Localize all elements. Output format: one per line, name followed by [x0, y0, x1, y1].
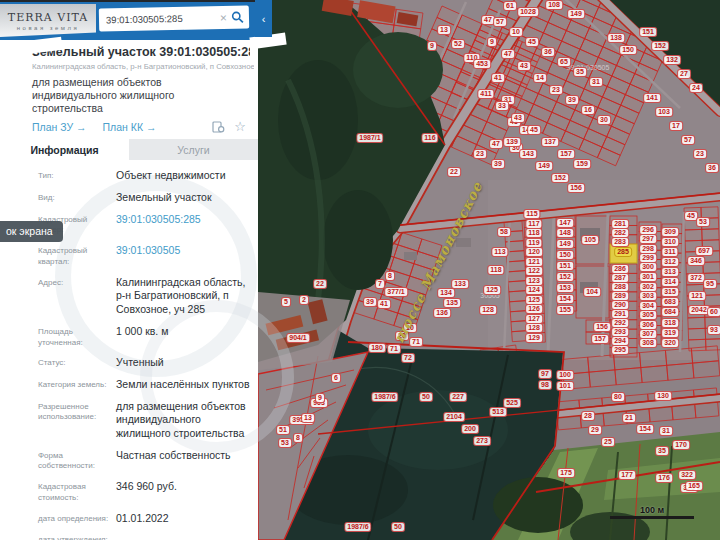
- object-usage: для размещения объектов индивидуального …: [32, 76, 242, 115]
- field-row: Разрешенное использование:для размещения…: [0, 396, 258, 445]
- clear-icon[interactable]: ×: [220, 10, 227, 24]
- plan-zu-link[interactable]: План ЗУ →: [32, 121, 87, 133]
- field-value[interactable]: 39:01:030505:285: [116, 213, 250, 227]
- search-input[interactable]: [104, 11, 216, 26]
- field-label: Категория земель:: [38, 378, 116, 391]
- field-row: Тип:Объект недвижимости: [0, 165, 258, 187]
- field-value: 1 000 кв. м: [116, 325, 250, 339]
- field-label: дата утверждения:: [38, 533, 116, 540]
- object-card: Земельный участок 39:01:030505:285 Калин…: [0, 45, 258, 540]
- field-row: Площадь уточненная:1 000 кв. м: [0, 321, 258, 353]
- terra-vita-logo[interactable]: TERRA VITA новая земля: [0, 4, 96, 37]
- field-row: Вид:Земельный участок: [0, 187, 258, 209]
- field-value[interactable]: 39:01:030505: [116, 244, 250, 258]
- field-label: Вид:: [38, 191, 116, 204]
- field-row: Кадастровая стоимость:346 960 руб.: [0, 476, 258, 508]
- field-value: Земельный участок: [116, 191, 250, 205]
- object-location: Калининградская область, р-н Багратионов…: [32, 62, 254, 71]
- field-value: 01.01.2022: [116, 512, 250, 526]
- plan-links: План ЗУ → План КК → ☆: [32, 121, 246, 133]
- preview-icon[interactable]: [212, 121, 225, 133]
- field-row: дата утверждения:-: [0, 529, 258, 540]
- field-value: Земли населённых пунктов: [116, 378, 250, 392]
- field-row: Кадастровый квартал:39:01:030505: [0, 240, 258, 272]
- field-row: дата определения:01.01.2022: [0, 508, 258, 530]
- search-icon[interactable]: [231, 11, 244, 24]
- field-label: Форма собственности:: [38, 449, 116, 473]
- field-value: Калининградская область, р-н Багратионов…: [116, 276, 250, 317]
- field-label: дата определения:: [38, 512, 116, 525]
- plan-kk-link[interactable]: План КК →: [103, 121, 157, 133]
- selected-parcel[interactable]: [610, 244, 637, 263]
- logo-subtitle: новая земля: [17, 25, 79, 31]
- field-value: для размещения объектов индивидуального …: [116, 400, 250, 441]
- field-label: Тип:: [38, 169, 116, 182]
- field-label: Разрешенное использование:: [38, 400, 116, 424]
- info-sidebar: TERRA VITA новая земля × Земельный участ…: [0, 0, 258, 540]
- field-row: Категория земель:Земли населённых пункто…: [0, 374, 258, 396]
- field-row: Форма собственности:Частная собственност…: [0, 445, 258, 477]
- field-value: Частная собственность: [116, 449, 250, 463]
- tab-bar: Информация Услуги: [0, 139, 258, 160]
- field-value: -: [116, 533, 250, 540]
- field-label: Адрес:: [38, 276, 116, 289]
- tab-information[interactable]: Информация: [0, 139, 129, 160]
- tab-services[interactable]: Услуги: [129, 139, 258, 160]
- field-label: Площадь уточненная:: [38, 325, 116, 349]
- field-label: Статус:: [38, 356, 116, 369]
- field-row: Статус:Учтенный: [0, 352, 258, 374]
- favorite-star-icon[interactable]: ☆: [234, 122, 246, 132]
- satellite-map: [258, 0, 720, 540]
- top-header: TERRA VITA новая земля ×: [0, 0, 258, 40]
- screenshot-tooltip[interactable]: ок экрана: [0, 221, 63, 242]
- map-canvas[interactable]: 1987/111639:01:0305053050513521104793143…: [258, 0, 720, 540]
- page-title: Земельный участок 39:01:030505:285: [32, 45, 250, 59]
- field-row: Адрес:Калининградская область, р-н Багра…: [0, 272, 258, 321]
- sidebar-collapse-button[interactable]: ‹: [255, 0, 272, 37]
- field-value: Объект недвижимости: [116, 169, 250, 183]
- field-value: Учтенный: [116, 356, 250, 370]
- app-window: TERRA VITA новая земля × Земельный участ…: [0, 0, 720, 540]
- search-box[interactable]: ×: [99, 5, 249, 31]
- field-label: Кадастровая стоимость:: [38, 480, 116, 504]
- field-label: Кадастровый квартал:: [38, 244, 116, 268]
- field-value: 346 960 руб.: [116, 480, 250, 494]
- logo-title: TERRA VITA: [8, 11, 88, 24]
